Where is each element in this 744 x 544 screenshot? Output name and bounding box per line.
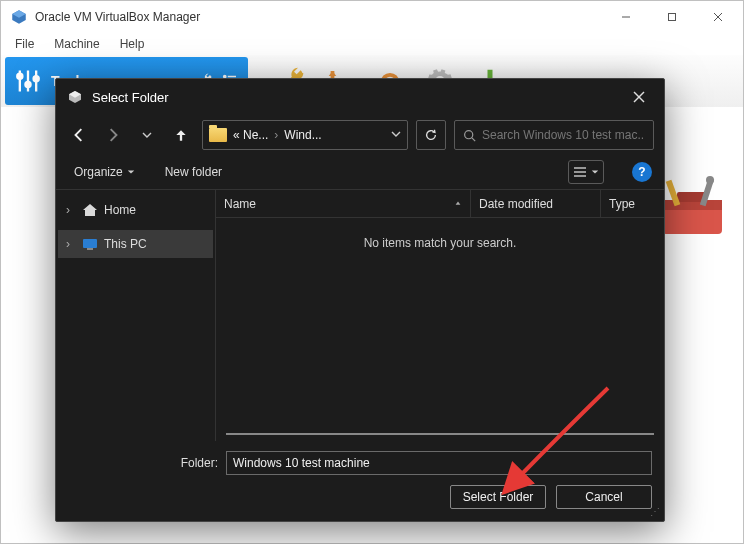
tree-label-this-pc: This PC — [104, 237, 147, 251]
tree-item-home[interactable]: › Home — [58, 196, 213, 224]
dialog-button-row: Select Folder Cancel — [68, 485, 652, 509]
main-titlebar: Oracle VM VirtualBox Manager — [1, 1, 743, 33]
dialog-body: › Home › This PC Name Date modified Type — [56, 189, 664, 441]
help-button[interactable]: ? — [632, 162, 652, 182]
window-controls — [603, 3, 741, 31]
dialog-titlebar: Select Folder — [56, 79, 664, 115]
folder-name-row: Folder: — [68, 451, 652, 475]
home-icon — [82, 203, 98, 217]
cancel-button[interactable]: Cancel — [556, 485, 652, 509]
tree-label-home: Home — [104, 203, 136, 217]
new-folder-label: New folder — [165, 165, 222, 179]
chevron-down-icon — [127, 168, 135, 176]
breadcrumb-separator-icon: › — [274, 128, 278, 142]
column-header-modified[interactable]: Date modified — [471, 190, 601, 217]
nav-back-button[interactable] — [66, 122, 92, 148]
virtualbox-cube-icon — [66, 88, 84, 106]
horizontal-scrollbar[interactable] — [226, 433, 654, 435]
svg-point-28 — [465, 130, 473, 138]
menu-help[interactable]: Help — [112, 35, 153, 53]
monitor-icon — [82, 238, 98, 250]
search-box[interactable] — [454, 120, 654, 150]
dialog-title: Select Folder — [92, 90, 624, 105]
chevron-right-icon: › — [66, 237, 76, 251]
select-folder-dialog: Select Folder « Ne... › Wind... Organize… — [55, 78, 665, 522]
chevron-down-icon — [591, 168, 599, 176]
file-list-pane: Name Date modified Type No items match y… — [216, 190, 664, 441]
column-headers: Name Date modified Type — [216, 190, 664, 218]
organize-button[interactable]: Organize — [68, 162, 141, 182]
column-header-type[interactable]: Type — [601, 190, 664, 217]
svg-point-10 — [25, 82, 30, 87]
nav-forward-button[interactable] — [100, 122, 126, 148]
search-icon — [463, 129, 476, 142]
folder-label: Folder: — [68, 456, 218, 470]
svg-point-11 — [34, 76, 39, 81]
dialog-close-button[interactable] — [624, 82, 654, 112]
tools-sliders-icon — [11, 64, 45, 98]
folder-icon — [209, 128, 227, 142]
sort-asc-icon — [454, 200, 462, 208]
dialog-footer: Folder: Select Folder Cancel — [56, 441, 664, 521]
dialog-toolbar: Organize New folder ? — [56, 155, 664, 189]
refresh-button[interactable] — [416, 120, 446, 150]
close-button[interactable] — [695, 3, 741, 31]
empty-message: No items match your search. — [364, 236, 517, 250]
search-input[interactable] — [482, 128, 645, 142]
new-folder-button[interactable]: New folder — [159, 162, 228, 182]
minimize-button[interactable] — [603, 3, 649, 31]
organize-label: Organize — [74, 165, 123, 179]
column-header-name[interactable]: Name — [216, 190, 471, 217]
view-mode-button[interactable] — [568, 160, 604, 184]
menubar: File Machine Help — [1, 33, 743, 55]
menu-file[interactable]: File — [7, 35, 42, 53]
menu-machine[interactable]: Machine — [46, 35, 107, 53]
nav-recent-dropdown[interactable] — [134, 122, 160, 148]
svg-line-29 — [472, 137, 475, 140]
folder-name-input[interactable] — [226, 451, 652, 475]
tree-item-this-pc[interactable]: › This PC — [58, 230, 213, 258]
breadcrumb-segment-1[interactable]: « Ne... — [233, 128, 268, 142]
resize-grip-icon[interactable]: ⋰ — [650, 506, 660, 517]
nav-up-button[interactable] — [168, 122, 194, 148]
svg-rect-3 — [669, 14, 676, 21]
navigation-tree: › Home › This PC — [56, 190, 216, 441]
dialog-nav-row: « Ne... › Wind... — [56, 115, 664, 155]
app-title: Oracle VM VirtualBox Manager — [35, 10, 603, 24]
svg-point-23 — [706, 176, 714, 184]
svg-rect-34 — [87, 248, 93, 250]
breadcrumb-segment-2[interactable]: Wind... — [284, 128, 321, 142]
virtualbox-app-icon — [9, 7, 29, 27]
file-list-area: No items match your search. — [216, 218, 664, 441]
chevron-right-icon: › — [66, 203, 76, 217]
svg-rect-33 — [83, 239, 97, 248]
maximize-button[interactable] — [649, 3, 695, 31]
list-view-icon — [573, 166, 587, 178]
svg-point-9 — [17, 74, 22, 79]
address-bar[interactable]: « Ne... › Wind... — [202, 120, 408, 150]
address-dropdown-icon[interactable] — [391, 128, 401, 142]
select-folder-button[interactable]: Select Folder — [450, 485, 546, 509]
